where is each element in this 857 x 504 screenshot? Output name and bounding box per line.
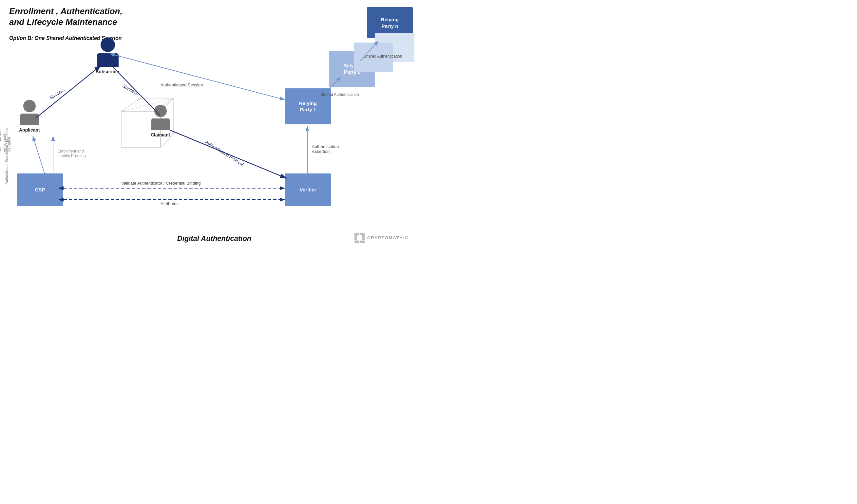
claimant-body [151, 119, 170, 130]
applicant-body [20, 114, 39, 125]
subscriber-head [101, 38, 115, 52]
label-attributes: Attributes [161, 201, 179, 206]
subscriber-label: Subscriber [96, 69, 120, 74]
person-applicant: Applicant [19, 100, 40, 133]
claimant-label: Claimant [151, 132, 170, 137]
claimant-head [154, 105, 167, 117]
applicant-head [23, 100, 36, 112]
label-shared-auth-1: Shared Authentication [320, 92, 359, 97]
arrow-authenticator-enrollment [33, 136, 45, 173]
page-title: Enrollment , Authentication, and Lifecyc… [9, 6, 122, 27]
person-claimant: Claimant [151, 105, 170, 137]
label-authenticator-vertical: Authenticator Enrollment / Issuance [4, 128, 9, 185]
cryptomathic-logo: CRYPTOMATHiC [354, 233, 409, 243]
title-line1: Enrollment , Authentication, [9, 6, 122, 16]
person-subscriber: Subscriber [96, 38, 120, 74]
label-enrollment-identity: Enrollment andIdentity Proofing [57, 149, 86, 158]
logo-text: CRYPTOMATHiC [367, 235, 409, 240]
title-line2: and Lifecycle Maintenance [9, 17, 117, 27]
label-validate-credential: Validate Authenticator / Credential Bind… [121, 181, 201, 186]
box-verifier: Verifier [285, 173, 331, 206]
applicant-label: Applicant [19, 127, 40, 133]
bottom-label: Digital Authentication [177, 234, 252, 243]
subscriber-body [97, 53, 119, 67]
label-auth-session: Authenticated Session [161, 83, 203, 87]
box-csp: CSP [17, 173, 63, 206]
logo-icon [354, 233, 365, 243]
label-success-applicant: Success [49, 87, 66, 101]
label-shared-auth-2: Shared Authentication [364, 54, 402, 58]
label-auth-assertion: AuthenticationAssertion [312, 144, 339, 154]
label-auth-protocol: Authentication Protocol [204, 139, 244, 167]
arrow-success-applicant [36, 66, 101, 118]
